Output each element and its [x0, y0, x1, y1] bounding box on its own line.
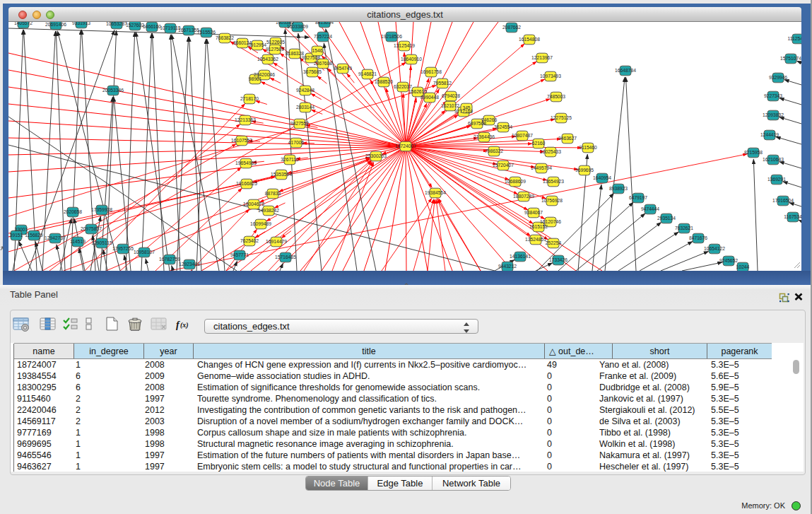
svg-text:13524851: 13524851 — [525, 237, 546, 242]
svg-text:15353594: 15353594 — [271, 172, 292, 177]
svg-text:8813054: 8813054 — [315, 22, 334, 25]
svg-text:114519: 114519 — [70, 239, 86, 244]
svg-text:19166825: 19166825 — [236, 181, 257, 186]
svg-text:8454749: 8454749 — [334, 66, 352, 71]
svg-text:16648784: 16648784 — [615, 68, 636, 73]
svg-text:1588520: 1588520 — [375, 79, 393, 84]
svg-text:39151: 39151 — [10, 233, 23, 238]
svg-text:15751074: 15751074 — [780, 56, 801, 61]
svg-text:10543362: 10543362 — [257, 57, 278, 62]
svg-text:15716485: 15716485 — [275, 255, 296, 259]
svg-text:21364436: 21364436 — [473, 134, 495, 139]
svg-text:33001: 33001 — [15, 227, 28, 232]
svg-text:6322037: 6322037 — [394, 84, 412, 89]
svg-text:16914479: 16914479 — [266, 239, 287, 244]
svg-text:10973493: 10973493 — [540, 74, 561, 78]
svg-text:10807487: 10807487 — [512, 133, 533, 138]
svg-text:16210643: 16210643 — [763, 157, 784, 162]
svg-text:252254: 252254 — [546, 240, 562, 245]
svg-text:13654923: 13654923 — [543, 179, 564, 184]
svg-text:10756928: 10756928 — [541, 198, 563, 203]
svg-text:1167534: 1167534 — [784, 214, 801, 219]
svg-text:5122605: 5122605 — [266, 40, 285, 45]
svg-text:16033809: 16033809 — [287, 24, 308, 29]
svg-text:16671355: 16671355 — [178, 28, 199, 33]
svg-text:2367608: 2367608 — [314, 61, 332, 66]
svg-text:10654122: 10654122 — [704, 246, 725, 251]
svg-text:9427552: 9427552 — [290, 121, 309, 126]
svg-text:2803144: 2803144 — [296, 105, 314, 110]
svg-text:19218506: 19218506 — [381, 34, 402, 39]
svg-text:18640910: 18640910 — [401, 57, 422, 62]
svg-text:19384554: 19384554 — [425, 190, 446, 195]
svg-text:1640954: 1640954 — [593, 175, 611, 180]
svg-text:16004678: 16004678 — [243, 201, 264, 206]
svg-text:746266: 746266 — [481, 117, 498, 122]
svg-text:16099489: 16099489 — [250, 221, 271, 226]
svg-text:9245652: 9245652 — [719, 258, 738, 263]
svg-text:12942737: 12942737 — [45, 235, 66, 240]
svg-text:12923448: 12923448 — [179, 262, 200, 267]
svg-text:9474444: 9474444 — [641, 206, 659, 211]
svg-text:1733426: 1733426 — [549, 257, 567, 262]
svg-text:19654985: 19654985 — [235, 160, 257, 165]
svg-text:10688609: 10688609 — [505, 179, 526, 184]
svg-text:62160: 62160 — [532, 141, 546, 146]
svg-text:25300203: 25300203 — [365, 153, 387, 158]
svg-text:1369291: 1369291 — [767, 177, 786, 182]
svg-text:15720407: 15720407 — [493, 163, 514, 168]
svg-text:1527602: 1527602 — [126, 23, 144, 28]
svg-text:3267110: 3267110 — [281, 157, 299, 162]
svg-text:18724007: 18724007 — [395, 144, 416, 148]
svg-text:7625402: 7625402 — [240, 238, 259, 243]
svg-text:9327508: 9327508 — [302, 55, 320, 60]
svg-text:10653287: 10653287 — [106, 22, 127, 26]
svg-text:1244419: 1244419 — [760, 132, 779, 137]
svg-text:8938923: 8938923 — [609, 186, 628, 191]
svg-text:9443212: 9443212 — [498, 264, 517, 269]
svg-text:9699695: 9699695 — [575, 168, 594, 173]
svg-text:10025433: 10025433 — [540, 149, 561, 154]
svg-text:10244: 10244 — [736, 264, 750, 269]
svg-text:7485003: 7485003 — [547, 94, 565, 99]
svg-text:14136141: 14136141 — [510, 254, 531, 259]
svg-text:2935134: 2935134 — [657, 216, 676, 221]
svg-text:9457771: 9457771 — [230, 252, 249, 257]
svg-text:11125419: 11125419 — [788, 36, 801, 41]
svg-text:12093832: 12093832 — [763, 112, 784, 117]
svg-text:9242848: 9242848 — [296, 88, 314, 93]
svg-text:3624554: 3624554 — [494, 124, 512, 129]
svg-text:1615152: 1615152 — [529, 224, 548, 229]
svg-text:10958107: 10958107 — [134, 250, 155, 255]
svg-text:16107553: 16107553 — [231, 138, 252, 143]
svg-text:7515526: 7515526 — [197, 30, 216, 35]
svg-text:20691406: 20691406 — [45, 22, 66, 27]
svg-text:6479197: 6479197 — [629, 195, 647, 200]
svg-text:9127509: 9127509 — [266, 47, 284, 52]
svg-text:8471676: 8471676 — [689, 235, 707, 240]
svg-text:(x): (x) — [180, 321, 189, 329]
svg-text:16782759: 16782759 — [159, 257, 180, 262]
svg-text:12905115: 12905115 — [91, 240, 112, 245]
svg-text:12213363: 12213363 — [235, 117, 256, 122]
svg-text:9384067: 9384067 — [524, 210, 543, 215]
svg-text:7986322: 7986322 — [485, 148, 503, 153]
svg-text:14495794: 14495794 — [531, 165, 552, 170]
svg-text:1562615: 1562615 — [408, 89, 427, 94]
svg-text:2020658: 2020658 — [64, 209, 82, 214]
svg-text:2718170: 2718170 — [240, 96, 259, 101]
svg-text:9463627: 9463627 — [558, 136, 577, 141]
svg-text:2087662: 2087662 — [502, 25, 521, 30]
svg-text:16120746: 16120746 — [540, 219, 561, 224]
svg-text:12275125: 12275125 — [551, 115, 572, 120]
svg-text:17359938: 17359938 — [91, 207, 112, 212]
svg-text:1405572: 1405572 — [14, 22, 33, 25]
svg-text:1621072: 1621072 — [441, 103, 459, 108]
svg-text:9115460: 9115460 — [579, 145, 597, 150]
svg-text:9329946: 9329946 — [769, 75, 787, 80]
svg-text:887833: 887833 — [265, 191, 281, 196]
svg-text:8990448: 8990448 — [420, 95, 439, 100]
svg-text:7955812: 7955812 — [433, 81, 452, 86]
svg-text:7632621: 7632621 — [675, 226, 693, 230]
svg-text:417006: 417006 — [288, 140, 305, 145]
